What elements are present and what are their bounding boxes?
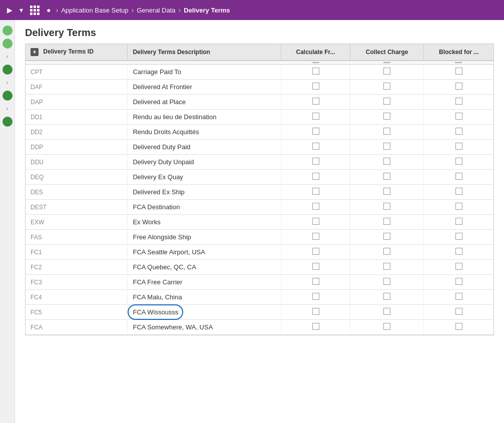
cell-calc[interactable] bbox=[281, 260, 350, 275]
cell-collect[interactable] bbox=[350, 170, 424, 185]
checkbox-calc[interactable] bbox=[312, 308, 319, 315]
table-row[interactable]: DEQDelivery Ex Quay bbox=[26, 170, 493, 185]
checkbox-collect[interactable] bbox=[383, 173, 390, 180]
cell-calc[interactable] bbox=[281, 215, 350, 230]
cell-collect[interactable] bbox=[350, 290, 424, 305]
cell-blocked[interactable] bbox=[424, 230, 493, 245]
table-row[interactable]: DAFDelivered At Frontier bbox=[26, 80, 493, 95]
checkbox-blocked[interactable] bbox=[455, 83, 462, 90]
cell-collect[interactable] bbox=[350, 215, 424, 230]
checkbox-calc[interactable] bbox=[312, 113, 319, 120]
table-row[interactable]: DDUDelivery Duty Unpaid bbox=[26, 155, 493, 170]
checkbox-calc[interactable] bbox=[312, 323, 319, 330]
checkbox-collect[interactable] bbox=[383, 113, 390, 120]
checkbox-blocked[interactable] bbox=[455, 143, 462, 150]
sidebar-arrow-down3[interactable]: ‹ bbox=[2, 103, 13, 114]
cell-collect[interactable] bbox=[350, 305, 424, 320]
cell-blocked[interactable] bbox=[424, 80, 493, 95]
checkbox-collect[interactable] bbox=[383, 308, 390, 315]
table-row[interactable]: DDPDelivered Duty Paid bbox=[26, 140, 493, 155]
cell-blocked[interactable] bbox=[424, 110, 493, 125]
table-row[interactable]: CPTCarriage Paid To bbox=[26, 65, 493, 80]
checkbox-collect[interactable] bbox=[383, 83, 390, 90]
cell-calc[interactable] bbox=[281, 245, 350, 260]
cell-calc[interactable] bbox=[281, 80, 350, 95]
checkbox-blocked[interactable] bbox=[455, 113, 462, 120]
cell-calc[interactable] bbox=[281, 200, 350, 215]
cell-calc[interactable] bbox=[281, 125, 350, 140]
delivery-terms-table-container[interactable]: + Delivery Terms ID Delivery Terms Descr… bbox=[25, 44, 494, 335]
cell-calc[interactable] bbox=[281, 185, 350, 200]
grid-apps-button[interactable] bbox=[28, 5, 42, 16]
cell-calc[interactable] bbox=[281, 305, 350, 320]
cell-collect[interactable] bbox=[350, 200, 424, 215]
sidebar-icon-1[interactable] bbox=[2, 25, 13, 36]
sidebar-arrow-down2[interactable]: ‹ bbox=[2, 77, 13, 88]
checkbox-calc[interactable] bbox=[312, 203, 319, 210]
cell-collect[interactable] bbox=[350, 140, 424, 155]
cell-calc[interactable] bbox=[281, 170, 350, 185]
checkbox-blocked[interactable] bbox=[455, 128, 462, 135]
checkbox-calc[interactable] bbox=[312, 143, 319, 150]
table-row[interactable]: FC2FCA Quebec, QC, CA bbox=[26, 260, 493, 275]
cell-calc[interactable] bbox=[281, 230, 350, 245]
checkbox-collect[interactable] bbox=[383, 128, 390, 135]
checkbox-blocked[interactable] bbox=[455, 293, 462, 300]
checkbox-blocked[interactable] bbox=[455, 308, 462, 315]
checkbox-calc[interactable] bbox=[312, 278, 319, 285]
cell-calc[interactable] bbox=[281, 290, 350, 305]
add-row-button[interactable]: + bbox=[31, 48, 39, 56]
checkbox-blocked[interactable] bbox=[455, 188, 462, 195]
checkbox-calc[interactable] bbox=[312, 248, 319, 255]
table-row[interactable]: FC4FCA Malu, China bbox=[26, 290, 493, 305]
checkbox-calc[interactable] bbox=[312, 158, 319, 165]
checkbox-collect[interactable] bbox=[383, 203, 390, 210]
table-row[interactable]: DESDelivered Ex Ship bbox=[26, 185, 493, 200]
checkbox-blocked[interactable] bbox=[455, 173, 462, 180]
checkbox-calc[interactable] bbox=[312, 128, 319, 135]
cell-blocked[interactable] bbox=[424, 275, 493, 290]
cell-blocked[interactable] bbox=[424, 140, 493, 155]
cell-collect[interactable] bbox=[350, 80, 424, 95]
table-row[interactable]: FC1FCA Seattle Airport, USA bbox=[26, 245, 493, 260]
cell-blocked[interactable] bbox=[424, 125, 493, 140]
checkbox-collect[interactable] bbox=[383, 158, 390, 165]
cell-calc[interactable] bbox=[281, 320, 350, 335]
sidebar-icon-5[interactable] bbox=[2, 116, 13, 127]
checkbox-blocked[interactable] bbox=[455, 233, 462, 240]
checkbox-blocked[interactable] bbox=[455, 263, 462, 270]
breadcrumb-general-data[interactable]: General Data bbox=[137, 7, 175, 14]
checkbox-calc[interactable] bbox=[312, 83, 319, 90]
checkbox-calc[interactable] bbox=[312, 173, 319, 180]
sidebar-icon-2[interactable] bbox=[2, 38, 13, 49]
cell-collect[interactable] bbox=[350, 155, 424, 170]
checkbox-calc[interactable] bbox=[312, 188, 319, 195]
cell-blocked[interactable] bbox=[424, 95, 493, 110]
sidebar-icon-4[interactable] bbox=[2, 90, 13, 101]
table-row[interactable]: FC5FCA Wissousss bbox=[26, 305, 493, 320]
cell-calc[interactable] bbox=[281, 155, 350, 170]
cell-blocked[interactable] bbox=[424, 320, 493, 335]
cell-blocked[interactable] bbox=[424, 155, 493, 170]
cell-collect[interactable] bbox=[350, 65, 424, 80]
cell-collect[interactable] bbox=[350, 95, 424, 110]
table-row[interactable]: FASFree Alongside Ship bbox=[26, 230, 493, 245]
table-row[interactable]: DAPDelivered at Place bbox=[26, 95, 493, 110]
checkbox-blocked[interactable] bbox=[455, 248, 462, 255]
cell-blocked[interactable] bbox=[424, 290, 493, 305]
sidebar-arrow-down[interactable]: ‹ bbox=[2, 51, 13, 62]
checkbox-calc[interactable] bbox=[312, 233, 319, 240]
checkbox-blocked[interactable] bbox=[455, 98, 462, 105]
table-row[interactable]: DESTFCA Destination bbox=[26, 200, 493, 215]
cell-calc[interactable] bbox=[281, 110, 350, 125]
table-row[interactable]: EXWEx Works bbox=[26, 215, 493, 230]
cell-collect[interactable] bbox=[350, 125, 424, 140]
checkbox-collect[interactable] bbox=[383, 233, 390, 240]
cell-blocked[interactable] bbox=[424, 305, 493, 320]
home-dot[interactable]: ● bbox=[45, 5, 53, 15]
checkbox-collect[interactable] bbox=[383, 293, 390, 300]
checkbox-collect[interactable] bbox=[383, 98, 390, 105]
cell-blocked[interactable] bbox=[424, 215, 493, 230]
cell-collect[interactable] bbox=[350, 320, 424, 335]
table-row[interactable]: FC3FCA Free Carrier bbox=[26, 275, 493, 290]
